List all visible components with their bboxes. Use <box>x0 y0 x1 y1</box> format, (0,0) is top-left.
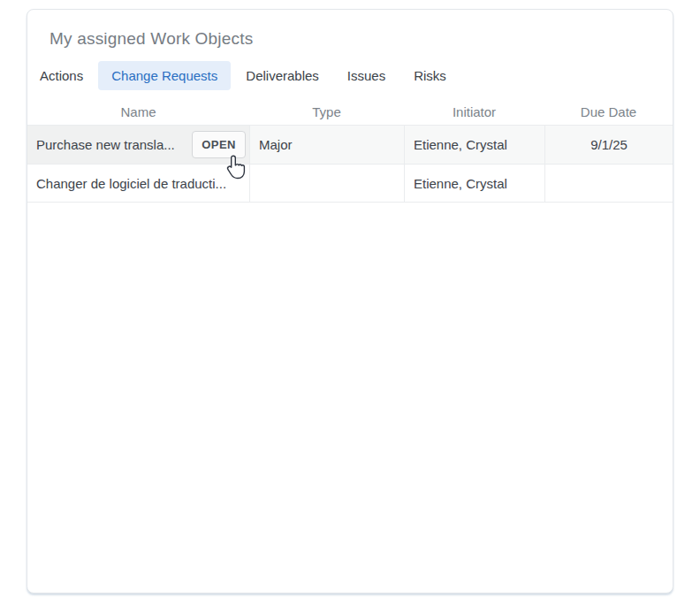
initiator-cell: Etienne, Crystal <box>404 165 544 202</box>
tab-issues[interactable]: Issues <box>334 61 399 90</box>
work-objects-card: My assigned Work Objects Actions Change … <box>27 9 673 594</box>
open-button[interactable]: OPEN <box>192 131 246 158</box>
type-cell: Major <box>249 126 404 164</box>
table-row[interactable]: Changer de logiciel de traducti... Etien… <box>27 164 673 203</box>
column-header-type[interactable]: Type <box>249 104 404 119</box>
table-row[interactable]: Purchase new transla... OPEN Major Etien… <box>27 125 673 164</box>
table-header-row: Name Type Initiator Due Date <box>27 98 673 125</box>
name-cell: Purchase new transla... OPEN <box>27 126 249 164</box>
work-object-name[interactable]: Changer de logiciel de traducti... <box>36 176 226 191</box>
tab-deliverables[interactable]: Deliverables <box>232 61 332 90</box>
work-objects-table: Name Type Initiator Due Date Purchase ne… <box>27 98 673 203</box>
tab-actions[interactable]: Actions <box>27 61 96 90</box>
tab-change-requests[interactable]: Change Requests <box>98 61 231 90</box>
work-object-name[interactable]: Purchase new transla... <box>36 137 175 152</box>
initiator-cell: Etienne, Crystal <box>404 126 544 164</box>
tab-risks[interactable]: Risks <box>400 61 460 90</box>
page-title: My assigned Work Objects <box>49 29 673 49</box>
name-cell: Changer de logiciel de traducti... <box>27 165 249 202</box>
column-header-initiator[interactable]: Initiator <box>404 104 544 119</box>
column-header-name[interactable]: Name <box>27 104 249 119</box>
tab-bar: Actions Change Requests Deliverables Iss… <box>27 61 673 90</box>
column-header-due-date[interactable]: Due Date <box>544 104 673 119</box>
due-date-cell <box>544 165 673 202</box>
type-cell <box>249 165 404 202</box>
due-date-cell: 9/1/25 <box>544 126 673 164</box>
